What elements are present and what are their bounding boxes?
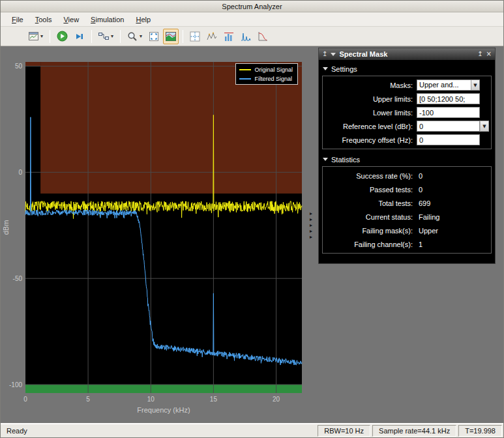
menu-bar: FileToolsViewSimulationHelp	[1, 12, 503, 27]
window: Spectrum Analyzer FileToolsViewSimulatio…	[0, 0, 504, 438]
panel-title: Spectral Mask	[339, 50, 474, 58]
span-arrows-icon	[149, 31, 159, 42]
legend-label: Original Signal	[254, 66, 293, 73]
peak-finder-button[interactable]	[204, 29, 220, 44]
title-bar: Spectrum Analyzer	[1, 1, 503, 12]
zoom-button[interactable]: ▾	[125, 29, 145, 44]
svg-text:-50: -50	[13, 275, 23, 282]
upper-limits-label: Upper limits:	[325, 95, 417, 103]
total-tests-label: Total tests:	[325, 199, 417, 207]
panel-header: ↥ Spectral Mask ↥ ×	[319, 48, 495, 60]
reference-level-dbr-row: Reference level (dBr):▼	[325, 119, 489, 133]
failing-channel-s-value: 1	[417, 241, 489, 248]
passed-tests-row: Passed tests:0	[325, 182, 489, 196]
dropdown-arrow-icon[interactable]: ▼	[471, 80, 479, 90]
step-arrow-icon	[74, 31, 85, 42]
dropdown-arrow-icon[interactable]: ▾	[111, 33, 113, 39]
plot-legend[interactable]: Original SignalFiltered Signal	[235, 63, 298, 85]
legend-entry: Filtered Signal	[239, 75, 293, 82]
expand-arrow-icon: ▸	[310, 222, 312, 228]
lower-limits-input[interactable]	[417, 107, 480, 118]
spectral-mask-toggle[interactable]	[163, 29, 179, 44]
statistics-section-header[interactable]: Statistics	[323, 154, 492, 165]
masks-control: Upper and...▼	[417, 80, 489, 91]
magnifier-icon	[127, 31, 138, 42]
total-tests-value: 699	[417, 199, 489, 207]
play-circle-icon	[57, 31, 68, 42]
expand-arrow-icon: ▸	[310, 234, 312, 240]
svg-text:15: 15	[210, 396, 218, 403]
pin-panel-icon[interactable]: ↥	[477, 51, 482, 57]
masks-dropdown[interactable]: Upper and...▼	[417, 80, 480, 91]
current-status-value: Failing	[417, 213, 489, 221]
y-axis-label: dBm	[2, 220, 10, 235]
spectrum-figure: 05101520500-50-100Frequency (kHz)dBm Ori…	[1, 46, 316, 423]
upper-limits-row: Upper limits:	[325, 92, 489, 106]
spectrum-plot[interactable]: 05101520500-50-100Frequency (kHz)dBm	[1, 46, 316, 423]
menu-file[interactable]: File	[6, 14, 29, 25]
masks-label: Masks:	[325, 81, 417, 89]
frequency-offset-hz-row: Frequency offset (Hz):	[325, 133, 489, 147]
failing-mask-s-label: Failing mask(s):	[325, 227, 417, 235]
passed-tests-value: 0	[417, 186, 489, 194]
dropdown-arrow-icon[interactable]: ▾	[140, 33, 142, 39]
full-span-button[interactable]	[146, 29, 162, 44]
mask-thumbnail-icon	[166, 32, 176, 41]
expand-arrow-icon: ▸	[310, 211, 312, 216]
frequency-offset-hz-input[interactable]	[417, 134, 480, 145]
menu-view[interactable]: View	[57, 14, 85, 25]
svg-text:5: 5	[86, 396, 90, 403]
frequency-offset-hz-control	[417, 134, 489, 145]
legend-entry: Original Signal	[239, 66, 293, 73]
dropdown-arrow-icon[interactable]: ▾	[40, 33, 43, 39]
scope-configuration-button[interactable]: ▾	[26, 29, 46, 44]
current-status-label: Current status:	[325, 213, 417, 221]
spectral-mask-panel: ↥ Spectral Mask ↥ × Settings Masks:Upper…	[318, 48, 496, 264]
status-cells: RBW=10 HzSample rate=44.1 kHzT=19.998	[316, 425, 502, 437]
channel-measurements-button[interactable]	[221, 29, 237, 44]
lower-limits-control	[417, 107, 489, 118]
settings-header-label: Settings	[331, 65, 357, 73]
ccdf-measurements-button[interactable]	[255, 29, 271, 44]
svg-text:50: 50	[15, 63, 23, 70]
menu-tools[interactable]: Tools	[29, 14, 58, 25]
channel-bars-icon	[224, 31, 234, 42]
reference-level-dbr-control: ▼	[417, 121, 489, 132]
window-title: Spectrum Analyzer	[222, 3, 282, 10]
lower-limits-label: Lower limits:	[325, 109, 417, 117]
statistics-header-label: Statistics	[331, 156, 360, 164]
svg-text:0: 0	[18, 169, 22, 176]
panel-body: Settings Masks:Upper and...▼Upper limits…	[319, 60, 495, 263]
reference-level-dbr-dropdown-arrow[interactable]: ▼	[480, 121, 489, 132]
status-bar: Ready RBW=10 HzSample rate=44.1 kHzT=19.…	[1, 423, 503, 437]
close-panel-icon[interactable]: ×	[486, 51, 492, 57]
panel-splitter-handle[interactable]: ▸▸▸▸▸	[310, 211, 312, 240]
collapse-panel-icon[interactable]	[331, 53, 336, 56]
expand-arrow-icon: ▸	[310, 216, 312, 222]
frequency-offset-hz-label: Frequency offset (Hz):	[325, 136, 417, 144]
simulation-source-button[interactable]: ▾	[96, 29, 116, 44]
status-text: Ready	[2, 427, 32, 435]
peak-finder-icon	[207, 31, 217, 42]
cursor-measurements-button[interactable]	[187, 29, 203, 44]
reference-level-dbr-input[interactable]	[417, 121, 480, 132]
masks-selected-value: Upper and...	[417, 80, 471, 90]
menu-simulation[interactable]: Simulation	[85, 14, 130, 25]
settings-section-header[interactable]: Settings	[323, 63, 492, 74]
minimize-panel-icon[interactable]: ↥	[322, 51, 327, 57]
upper-limits-input[interactable]	[417, 93, 480, 104]
step-forward-button[interactable]	[72, 29, 87, 44]
toolbar-separator	[91, 30, 92, 43]
distortion-measurements-button[interactable]	[238, 29, 254, 44]
menu-help[interactable]: Help	[130, 14, 156, 25]
run-button[interactable]	[54, 29, 70, 44]
main-content: 05101520500-50-100Frequency (kHz)dBm Ori…	[1, 46, 503, 423]
lower-limits-row: Lower limits:	[325, 106, 489, 119]
upper-limits-control	[417, 93, 489, 104]
legend-line-sample	[239, 69, 251, 70]
scope-window-icon	[29, 32, 38, 40]
success-rate-row: Success rate (%):0	[325, 169, 489, 182]
expand-arrow-icon: ▸	[310, 228, 312, 234]
success-rate-label: Success rate (%):	[325, 172, 417, 180]
time-indicator: T=19.998	[458, 425, 502, 437]
